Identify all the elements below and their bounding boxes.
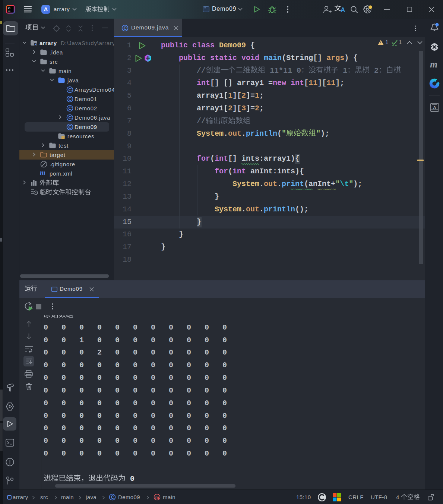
svg-text:C: C [111, 495, 114, 500]
svg-text:C: C [69, 97, 72, 102]
svg-text:C: C [124, 26, 127, 31]
svg-text:C: C [69, 87, 72, 92]
svg-text:m: m [155, 495, 159, 500]
svg-text:C: C [69, 115, 72, 120]
svg-text:A: A [433, 105, 436, 110]
svg-text:IJ: IJ [8, 7, 10, 10]
svg-text:C: C [69, 125, 72, 130]
svg-text:C: C [69, 106, 72, 111]
